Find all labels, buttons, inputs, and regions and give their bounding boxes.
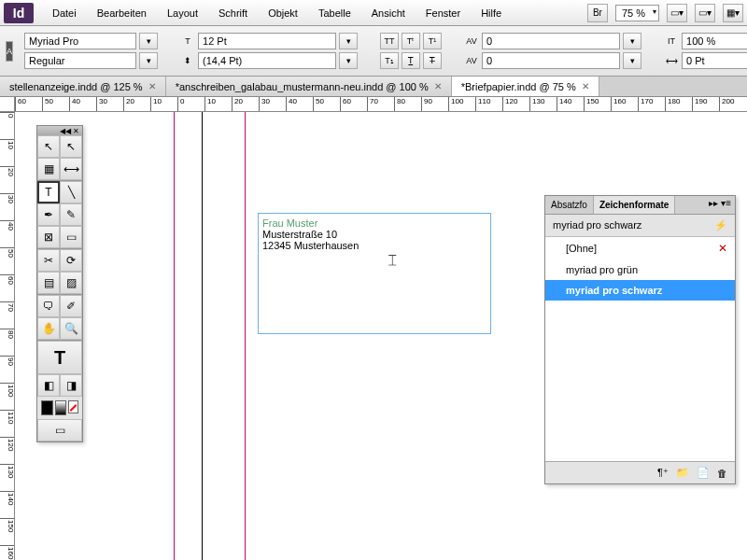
- gradient-swatch-tool[interactable]: ▤: [37, 272, 60, 294]
- margin-guide[interactable]: [245, 112, 246, 560]
- leading-input[interactable]: [198, 52, 336, 69]
- transform-tool[interactable]: ⟳: [60, 249, 82, 272]
- doc-tab-3[interactable]: *Briefpapier.indd @ 75 %✕: [452, 77, 599, 96]
- menu-hilfe[interactable]: Hilfe: [472, 4, 511, 22]
- quick-apply-icon[interactable]: ⚡: [714, 219, 727, 231]
- apply-color[interactable]: [41, 400, 53, 415]
- menu-fenster[interactable]: Fenster: [416, 4, 470, 22]
- style-item-gruen[interactable]: myriad pro grün: [545, 259, 735, 280]
- vertical-ruler[interactable]: 0102030405060708090100110120130140150160…: [0, 112, 15, 560]
- current-style-name: myriad pro schwarz: [553, 219, 641, 231]
- format-container-icon[interactable]: ◧: [37, 374, 60, 397]
- panel-collapse-icon[interactable]: ◀◀ ✕: [37, 126, 82, 135]
- vscale-input[interactable]: [682, 33, 747, 49]
- fill-stroke-swap[interactable]: T: [37, 341, 82, 374]
- pencil-tool[interactable]: ✎: [60, 203, 82, 226]
- tracking-icon: AV: [464, 53, 479, 68]
- format-text-icon[interactable]: ◨: [60, 374, 82, 397]
- vscale-icon: IT: [664, 34, 679, 49]
- doc-tab-1[interactable]: stellenanzeige.indd @ 125 %✕: [0, 77, 166, 96]
- new-style-icon[interactable]: 📄: [697, 467, 710, 479]
- smallcaps-button[interactable]: Tᵗ: [402, 33, 420, 49]
- sub-button[interactable]: T₁: [380, 52, 399, 69]
- super-button[interactable]: T¹: [423, 33, 442, 49]
- font-family-input[interactable]: [24, 33, 136, 49]
- tab-paragraph-styles[interactable]: Absatzfo: [545, 196, 594, 214]
- char-format-toggle[interactable]: A: [6, 41, 13, 62]
- tools-panel[interactable]: ◀◀ ✕ ↖ ↖ ▦ ⟷ T ╲ ✒ ✎ ⊠ ▭ ✂ ⟳ ▤ ▨ 🗨 ✐ ✋ 🔍…: [36, 125, 83, 442]
- character-styles-panel[interactable]: Absatzfo Zeichenformate ▸▸ ▾≡ myriad pro…: [544, 195, 736, 484]
- line-tool[interactable]: ╲: [60, 181, 82, 203]
- hand-tool[interactable]: ✋: [37, 317, 60, 340]
- menu-objekt[interactable]: Objekt: [259, 4, 307, 22]
- leading-icon: ⬍: [180, 53, 195, 68]
- zoom-tool[interactable]: 🔍: [60, 317, 82, 340]
- dropdown-icon[interactable]: ▾: [339, 33, 358, 49]
- close-icon[interactable]: ✕: [148, 81, 156, 91]
- direct-selection-tool[interactable]: ↖: [60, 135, 82, 158]
- selection-tool[interactable]: ↖: [37, 135, 60, 158]
- eyedropper-tool[interactable]: ✐: [60, 295, 82, 317]
- scissors-tool[interactable]: ✂: [37, 249, 60, 272]
- screen-mode-icon[interactable]: ▭▾: [695, 4, 715, 22]
- document-tabbar: stellenanzeige.indd @ 125 %✕ *anschreibe…: [0, 77, 747, 97]
- menu-layout[interactable]: Layout: [158, 4, 207, 22]
- rectangle-tool[interactable]: ▭: [60, 226, 82, 248]
- text-frame[interactable]: Frau Muster Musterstraße 10 12345 Muster…: [258, 213, 491, 334]
- baseline-input[interactable]: [682, 52, 747, 69]
- arrange-icon[interactable]: ▦▾: [723, 4, 743, 22]
- underline-button[interactable]: T̲: [402, 52, 420, 69]
- new-folder-icon[interactable]: 📁: [676, 467, 689, 479]
- font-style-input[interactable]: [24, 52, 136, 69]
- style-list: [Ohne]✕ myriad pro grün myriad pro schwa…: [545, 237, 735, 461]
- apply-gradient[interactable]: [55, 400, 67, 415]
- close-icon[interactable]: ✕: [434, 81, 442, 91]
- text-line-3: 12345 Musterhausen: [262, 240, 486, 251]
- menu-schrift[interactable]: Schrift: [209, 4, 257, 22]
- apply-none[interactable]: [68, 400, 78, 413]
- dropdown-icon[interactable]: ▾: [139, 33, 158, 49]
- dropdown-icon[interactable]: ▾: [139, 52, 158, 69]
- frame-tool[interactable]: ⊠: [37, 226, 60, 248]
- tab-label: *anschreiben_galabau_mustermann-neu.indd…: [176, 81, 429, 92]
- gap-tool[interactable]: ⟷: [60, 158, 82, 180]
- doc-tab-2[interactable]: *anschreiben_galabau_mustermann-neu.indd…: [166, 77, 452, 96]
- pen-tool[interactable]: ✒: [37, 203, 60, 226]
- bridge-button[interactable]: Br: [587, 4, 608, 22]
- kerning-input[interactable]: [482, 33, 620, 49]
- dropdown-icon[interactable]: ▾: [623, 33, 641, 49]
- allcaps-button[interactable]: TT: [380, 33, 399, 49]
- style-item-none[interactable]: [Ohne]✕: [545, 237, 735, 259]
- menu-datei[interactable]: Datei: [43, 4, 86, 22]
- menu-ansicht[interactable]: Ansicht: [362, 4, 415, 22]
- view-mode-tool[interactable]: ▭: [37, 419, 82, 441]
- control-panel: A ▾ ▾ T▾ ⬍▾ TTTᵗT¹ T₁T̲T̶ AV▾ AV▾ IT▾ ⟷▾…: [0, 26, 747, 77]
- ruler-origin[interactable]: [0, 97, 15, 112]
- gradient-feather-tool[interactable]: ▨: [60, 272, 82, 294]
- page-tool[interactable]: ▦: [37, 158, 60, 180]
- view-mode-icon[interactable]: ▭▾: [667, 4, 687, 22]
- hscale-icon: ⟷: [664, 53, 679, 68]
- tracking-input[interactable]: [482, 52, 620, 69]
- panel-menu-icon[interactable]: ▸▸ ▾≡: [705, 196, 735, 214]
- guide[interactable]: [174, 112, 175, 560]
- type-tool[interactable]: T: [37, 181, 60, 203]
- menu-bearbeiten[interactable]: Bearbeiten: [88, 4, 156, 22]
- horizontal-ruler[interactable]: 6050403020100102030405060708090100110120…: [15, 97, 747, 112]
- close-icon[interactable]: ✕: [582, 81, 589, 91]
- menu-tabelle[interactable]: Tabelle: [309, 4, 360, 22]
- tab-character-styles[interactable]: Zeichenformate: [594, 196, 675, 214]
- zoom-level[interactable]: 75 %: [615, 5, 659, 21]
- clear-override-icon[interactable]: ✕: [718, 242, 727, 255]
- dropdown-icon[interactable]: ▾: [339, 52, 358, 69]
- style-item-schwarz[interactable]: myriad pro schwarz: [545, 280, 735, 301]
- strike-button[interactable]: T̶: [423, 52, 442, 69]
- new-group-icon[interactable]: ¶⁺: [657, 467, 669, 479]
- tab-label: stellenanzeige.indd @ 125 %: [9, 81, 143, 92]
- text-line-2: Musterstraße 10: [262, 229, 486, 240]
- font-size-input[interactable]: [198, 33, 336, 49]
- app-icon: Id: [4, 3, 34, 23]
- delete-style-icon[interactable]: 🗑: [717, 468, 727, 479]
- dropdown-icon[interactable]: ▾: [623, 52, 641, 69]
- note-tool[interactable]: 🗨: [37, 295, 60, 317]
